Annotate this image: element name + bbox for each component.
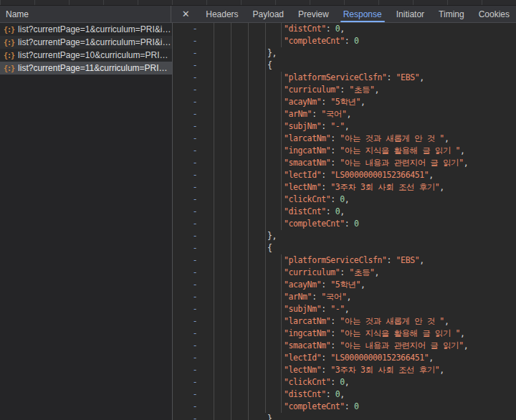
fold-marker-icon[interactable]: - [191,145,199,157]
code-punctuation: , [460,145,465,156]
fold-marker-icon[interactable]: - [191,328,199,340]
json-key: "distCnt" [284,389,326,399]
code-punctuation: : [330,145,340,156]
json-key: "subjNm" [284,304,321,314]
code-punctuation: : [340,85,349,95]
code-punctuation: , [444,133,449,143]
network-request-row[interactable]: {:}list?currentPage=1&curriculum=PRI&i… [0,36,172,49]
fold-marker-icon[interactable]: - [191,267,199,279]
code-line: -"acayNm": "5학년", [173,96,516,108]
code-punctuation: , [340,24,345,34]
json-key: "lectNm" [284,182,321,192]
network-overview-strip [0,0,516,6]
code-line: -"larcatNm": "아는 것과 새롭게 안 것 ", [173,315,516,328]
json-key: "lectId" [284,170,321,180]
network-request-row[interactable]: {:}list?currentPage=11&curriculum=PRI… [0,62,172,75]
fold-marker-icon[interactable]: - [191,218,199,230]
fold-marker-icon[interactable]: - [191,291,199,303]
json-key: "larcatNm" [284,133,330,143]
fold-marker-icon[interactable]: - [191,84,199,96]
fold-marker-icon[interactable]: - [191,340,199,352]
fold-marker-icon[interactable]: - [191,230,199,242]
network-request-row[interactable]: {:}list?currentPage=1&curriculum=PRI&i… [0,23,172,36]
header-bars: Name ✕ HeadersPayloadPreviewResponseInit… [0,6,516,23]
code-punctuation: : [345,36,354,46]
json-string-value: "초등" [349,267,374,277]
json-string-value: "3주차 3회 사회 조선 후기" [330,182,439,192]
code-punctuation: , [419,255,424,265]
tab-timing[interactable]: Timing [432,6,471,22]
json-number-value: 0 [354,401,359,411]
json-key: "larcatNm" [284,316,330,326]
code-punctuation: : [387,72,396,82]
code-punctuation: , [464,158,469,168]
code-line: -"subjNm": "-", [173,120,516,133]
json-string-value: "초등" [349,85,374,95]
json-string-value: "아는 내용과 관련지어 글 읽기" [340,340,463,350]
code-line: -"curriculum": "초등", [173,84,516,96]
fold-marker-icon[interactable]: - [191,72,199,84]
tab-payload[interactable]: Payload [247,6,290,22]
code-punctuation: : [326,24,335,34]
fold-marker-icon[interactable]: - [191,169,199,181]
json-string-value: "아는 내용과 관련지어 글 읽기" [340,158,463,168]
detail-tabs: HeadersPayloadPreviewResponseInitiatorTi… [198,6,516,22]
json-key: "smacatNm" [284,340,330,350]
fold-marker-icon[interactable]: - [191,47,199,59]
network-request-row[interactable]: {:}list?currentPage=10&curriculum=PRI… [0,49,172,62]
fold-marker-icon[interactable]: - [191,254,199,267]
tab-initiator[interactable]: Initiator [390,6,431,22]
fold-marker-icon[interactable]: - [191,315,199,328]
fold-marker-icon[interactable]: - [191,376,199,388]
fold-marker-icon[interactable]: - [191,352,199,364]
json-string-value: "아는 지식을 활용해 글 읽기 " [340,328,460,338]
code-line: -"smacatNm": "아는 내용과 관련지어 글 읽기", [173,340,516,352]
tab-cookies[interactable]: Cookies [472,6,516,22]
fold-marker-icon[interactable]: - [191,364,199,376]
fold-marker-icon[interactable]: - [191,133,199,145]
code-punctuation: , [345,194,350,204]
json-key: "acayNm" [284,97,321,107]
code-punctuation: { [267,243,272,253]
fold-marker-icon[interactable]: - [191,206,199,218]
code-punctuation: : [345,219,354,229]
code-line: -"distCnt": 0, [173,388,516,401]
fold-marker-icon[interactable]: - [191,181,199,194]
json-string-value: "3주차 3회 사회 조선 후기" [330,365,439,375]
fold-marker-icon[interactable]: - [191,401,199,413]
code-punctuation: , [345,121,350,131]
fold-marker-icon[interactable]: - [191,388,199,401]
fold-marker-icon[interactable]: - [191,96,199,108]
fold-marker-icon[interactable]: - [191,303,199,315]
code-line: -"clickCnt": 0, [173,376,516,388]
code-line: -"smacatNm": "아는 내용과 관련지어 글 읽기", [173,157,516,169]
fold-marker-icon[interactable]: - [191,157,199,169]
fold-marker-icon[interactable]: - [191,108,199,120]
fold-marker-icon[interactable]: - [191,413,199,420]
code-punctuation: : [321,280,330,290]
fold-marker-icon[interactable]: - [191,35,199,47]
json-string-value: "아는 지식을 활용해 글 읽기 " [340,145,460,156]
tab-preview[interactable]: Preview [292,6,335,22]
fold-marker-icon[interactable]: - [191,242,199,254]
code-punctuation: , [464,340,469,350]
json-key: "curriculum" [284,85,340,95]
code-line: -"ingcatNm": "아는 지식을 활용해 글 읽기 ", [173,328,516,340]
code-punctuation: , [375,267,380,277]
json-key: "lectNm" [284,365,321,375]
close-icon[interactable]: ✕ [180,6,191,22]
json-key: "distCnt" [284,206,326,216]
code-punctuation: , [360,97,366,107]
fold-marker-icon[interactable]: - [191,194,199,206]
code-line: -}, [173,230,516,242]
code-punctuation: }, [267,48,277,58]
network-name-column-header[interactable]: Name [0,6,171,23]
code-line: -"completeCnt": 0 [173,401,516,413]
tab-response[interactable]: Response [337,6,388,22]
json-number-value: 0 [354,36,359,46]
fold-marker-icon[interactable]: - [191,120,199,133]
fold-marker-icon[interactable]: - [191,23,199,35]
fold-marker-icon[interactable]: - [191,59,199,72]
fold-marker-icon[interactable]: - [191,279,199,291]
tab-headers[interactable]: Headers [199,6,244,22]
